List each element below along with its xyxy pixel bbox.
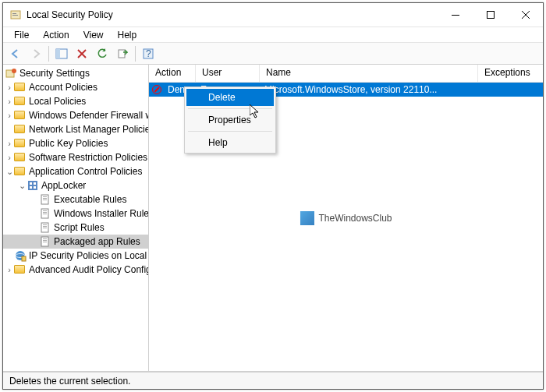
svg-text:?: ?	[146, 48, 151, 59]
tree-item-label: Application Control Policies	[29, 166, 142, 177]
toolbar-separator	[135, 46, 136, 62]
svg-rect-17	[30, 182, 32, 185]
svg-rect-18	[34, 182, 36, 185]
tree-item-label: Executable Rules	[54, 194, 126, 205]
svg-rect-2	[12, 15, 18, 16]
app-icon	[9, 9, 22, 21]
svg-rect-26	[43, 210, 47, 211]
tree-item[interactable]: ›Account Policies	[3, 80, 148, 94]
titlebar: Local Security Policy	[3, 3, 543, 27]
menubar: File Action View Help	[3, 27, 543, 43]
deny-icon	[152, 85, 161, 94]
back-button[interactable]	[6, 45, 25, 62]
column-user[interactable]: User	[196, 65, 260, 82]
list-header: Action User Name Exceptions	[149, 65, 543, 83]
tree-view[interactable]: Security Settings ›Account Policies›Loca…	[3, 65, 149, 371]
security-settings-icon	[5, 67, 17, 79]
svg-rect-28	[43, 214, 47, 214]
tree-item-label: IP Security Policies on Local Co	[29, 250, 148, 261]
svg-rect-24	[43, 200, 47, 200]
svg-rect-8	[56, 49, 60, 58]
menu-view[interactable]: View	[77, 29, 110, 41]
svg-rect-36	[43, 242, 47, 242]
tree-item[interactable]: Network List Manager Policies	[3, 122, 148, 136]
svg-rect-3	[452, 15, 459, 16]
svg-rect-35	[43, 240, 47, 241]
context-menu-help[interactable]: Help	[186, 134, 274, 151]
maximize-button[interactable]	[473, 3, 508, 27]
tree-item-label: Advanced Audit Policy Configur	[29, 264, 148, 275]
tree-item-label: Network List Manager Policies	[29, 124, 148, 135]
export-button[interactable]	[113, 45, 132, 62]
tree-item[interactable]: ›Public Key Policies	[3, 136, 148, 150]
tree-item[interactable]: ⌄AppLocker	[3, 178, 148, 192]
statusbar: Deletes the current selection.	[3, 372, 543, 389]
tree-item-label: Script Rules	[54, 222, 105, 233]
chevron-right-icon[interactable]: ›	[5, 83, 14, 92]
tree-item-label: Software Restriction Policies	[29, 152, 147, 163]
column-action[interactable]: Action	[149, 65, 196, 82]
tree-item-label: AppLocker	[41, 180, 86, 191]
context-menu-delete[interactable]: Delete	[186, 89, 274, 106]
chevron-right-icon[interactable]: ›	[5, 111, 14, 120]
forward-button[interactable]	[27, 45, 45, 62]
tree-item-label: Local Policies	[29, 96, 86, 107]
svg-rect-34	[43, 238, 47, 239]
tree-item[interactable]: Script Rules	[3, 221, 148, 235]
app-window: Local Security Policy File Action View H…	[2, 2, 544, 390]
chevron-right-icon[interactable]: ›	[5, 139, 14, 148]
column-name[interactable]: Name	[260, 65, 478, 82]
svg-rect-1	[12, 13, 16, 14]
svg-rect-32	[43, 228, 47, 228]
tree-root[interactable]: Security Settings	[3, 66, 148, 80]
context-menu-properties[interactable]: Properties	[186, 111, 274, 129]
show-hide-button[interactable]	[52, 45, 71, 62]
svg-point-15	[12, 69, 16, 73]
chevron-down-icon[interactable]: ⌄	[5, 167, 14, 177]
svg-rect-20	[34, 186, 36, 189]
svg-rect-16	[28, 181, 37, 190]
tree-item[interactable]: ›Windows Defender Firewall with Ad	[3, 108, 148, 122]
tree-item[interactable]: ›Software Restriction Policies	[3, 150, 148, 164]
close-button[interactable]	[508, 3, 543, 27]
refresh-button[interactable]	[93, 45, 112, 62]
chevron-down-icon[interactable]: ⌄	[17, 181, 27, 191]
tree-item[interactable]: Executable Rules	[3, 192, 148, 207]
minimize-button[interactable]	[438, 3, 473, 27]
tree-item[interactable]: Windows Installer Rules	[3, 207, 148, 221]
tree-item-label: Packaged app Rules	[54, 236, 140, 247]
svg-rect-39	[22, 256, 26, 261]
watermark-icon	[300, 211, 314, 225]
column-exceptions[interactable]: Exceptions	[478, 65, 543, 82]
chevron-right-icon[interactable]: ›	[5, 97, 14, 106]
tree-item[interactable]: ⌄Application Control Policies	[3, 164, 148, 178]
window-title: Local Security Policy	[27, 9, 438, 20]
context-menu-separator	[188, 131, 272, 132]
svg-rect-27	[43, 212, 47, 213]
tree-item[interactable]: IP Security Policies on Local Co	[3, 249, 148, 263]
menu-help[interactable]: Help	[112, 29, 144, 41]
tree-item-label: Account Policies	[29, 82, 98, 93]
menu-file[interactable]: File	[8, 29, 35, 41]
menu-action[interactable]: Action	[37, 29, 75, 41]
svg-rect-19	[30, 186, 32, 189]
tree-item-label: Windows Defender Firewall with Ad	[29, 110, 148, 121]
context-menu: Delete Properties Help	[184, 87, 276, 154]
svg-rect-11	[119, 50, 125, 58]
tree-item[interactable]: ›Advanced Audit Policy Configur	[3, 263, 148, 277]
svg-rect-22	[43, 196, 47, 197]
tree-item-label: Public Key Policies	[29, 138, 108, 149]
svg-rect-31	[43, 226, 47, 227]
tree-item[interactable]: ›Local Policies	[3, 94, 148, 108]
tree-item-label: Windows Installer Rules	[54, 208, 148, 219]
chevron-right-icon[interactable]: ›	[5, 153, 14, 162]
watermark: TheWindowsClub	[300, 211, 392, 225]
chevron-right-icon[interactable]: ›	[5, 265, 14, 274]
delete-button[interactable]	[73, 45, 91, 62]
cell-name: Microsoft.WindowsStore, version 22110...	[258, 84, 477, 95]
toolbar: ?	[3, 43, 543, 65]
svg-rect-23	[43, 198, 47, 199]
tree-item[interactable]: Packaged app Rules	[3, 235, 148, 249]
help-button[interactable]: ?	[139, 45, 158, 62]
svg-rect-4	[487, 12, 494, 19]
